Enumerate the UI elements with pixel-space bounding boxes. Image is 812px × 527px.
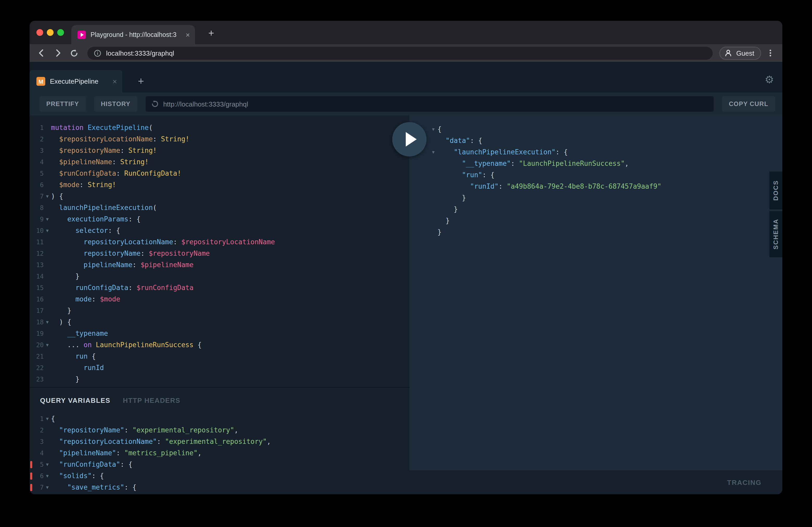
copy-curl-button[interactable]: COPY CURL [722, 96, 775, 112]
query-code-line[interactable]: 22 runId [30, 362, 409, 374]
playground-new-tab-button[interactable]: + [132, 70, 150, 92]
code-text: "runConfigData": { [51, 459, 132, 470]
address-bar[interactable]: localhost:3333/graphql [87, 46, 713, 60]
code-text: "__typename": "LaunchPipelineRunSuccess"… [437, 158, 629, 169]
prettify-button[interactable]: PRETTIFY [40, 96, 86, 112]
fold-arrow-icon[interactable]: ▾ [44, 413, 51, 425]
fold-arrow-icon[interactable]: ▾ [429, 124, 437, 135]
fold-spacer [44, 436, 51, 448]
fold-spacer [44, 328, 51, 340]
variables-code-line[interactable]: 1▾{ [30, 413, 409, 425]
query-code-line[interactable]: 23 } [30, 374, 409, 385]
code-text: $pipelineName: String! [51, 156, 149, 168]
mutation-badge: M [37, 77, 45, 86]
result-code-line[interactable]: } [429, 215, 782, 227]
result-code-line[interactable]: } [429, 227, 782, 238]
screen: Playground - http://localhost:3 × + loca… [0, 0, 812, 527]
tab-query-variables[interactable]: QUERY VARIABLES [40, 396, 111, 404]
url-text: localhost:3333/graphql [106, 49, 174, 57]
query-code-line[interactable]: 4 $pipelineName: String! [30, 156, 409, 168]
fold-arrow-icon[interactable]: ▾ [44, 340, 51, 351]
result-code-line[interactable]: ▾ "launchPipelineExecution": { [429, 147, 782, 158]
query-code-line[interactable]: 14 } [30, 271, 409, 282]
fold-spacer [429, 227, 437, 238]
query-code-line[interactable]: 16 mode: $mode [30, 293, 409, 305]
code-text: ) { [51, 317, 71, 328]
window-zoom-button[interactable] [57, 29, 64, 36]
fold-spacer [429, 181, 437, 192]
playground-tab-close-icon[interactable]: × [112, 77, 117, 86]
query-code-line[interactable]: 17 } [30, 305, 409, 317]
new-tab-button[interactable]: + [203, 26, 219, 41]
query-code-line[interactable]: 19 __typename [30, 328, 409, 340]
query-code-line[interactable]: 6 $mode: String! [30, 179, 409, 191]
result-code-line[interactable]: "run": { [429, 169, 782, 181]
tracing-toggle[interactable]: TRACING [727, 478, 762, 486]
window-minimize-button[interactable] [47, 29, 54, 36]
query-code-line[interactable]: 13 pipelineName: $pipelineName [30, 259, 409, 271]
endpoint-bar [145, 96, 714, 112]
query-code-line[interactable]: 9▾ executionParams: { [30, 214, 409, 225]
fold-arrow-icon[interactable]: ▾ [44, 482, 51, 493]
tab-close-icon[interactable]: × [186, 30, 190, 39]
tab-http-headers[interactable]: HTTP HEADERS [123, 396, 180, 404]
fold-spacer [44, 351, 51, 362]
browser-tab[interactable]: Playground - http://localhost:3 × [71, 25, 195, 44]
fold-arrow-icon[interactable]: ▾ [429, 147, 437, 158]
query-code-line[interactable]: 12 repositoryName: $repositoryName [30, 248, 409, 259]
query-code-line[interactable]: 10▾ selector: { [30, 225, 409, 237]
query-code-line[interactable]: 8 launchPipelineExecution( [30, 202, 409, 214]
query-code-line[interactable]: 18▾ ) { [30, 317, 409, 328]
variables-code-line[interactable]: 2 "repositoryName": "experimental_reposi… [30, 425, 409, 436]
result-code-line[interactable]: "__typename": "LaunchPipelineRunSuccess"… [429, 158, 782, 169]
query-code-line[interactable]: 20▾ ... on LaunchPipelineRunSuccess { [30, 340, 409, 351]
query-editor-pane[interactable]: 1mutation ExecutePipeline(2 $repositoryL… [30, 115, 409, 494]
query-code-line[interactable]: 5 $runConfigData: RunConfigData! [30, 168, 409, 179]
schema-tab[interactable]: SCHEMA [769, 211, 782, 257]
result-code-line[interactable]: } [429, 204, 782, 215]
query-code-line[interactable]: 1mutation ExecutePipeline( [30, 122, 409, 134]
endpoint-input[interactable] [163, 100, 709, 108]
fold-arrow-icon[interactable]: ▾ [44, 225, 51, 237]
query-code-line[interactable]: 15 runConfigData: $runConfigData [30, 282, 409, 293]
variables-code-line[interactable]: 4 "pipelineName": "metrics_pipeline", [30, 448, 409, 459]
result-code-line[interactable]: } [429, 192, 782, 204]
variables-code-line[interactable]: 5▾ "runConfigData": { [30, 459, 409, 470]
result-code-line[interactable]: "data": { [429, 135, 782, 147]
query-code-line[interactable]: 2 $repositoryLocationName: String! [30, 134, 409, 145]
query-code-line[interactable]: 21 run { [30, 351, 409, 362]
forward-icon[interactable] [51, 46, 64, 60]
menu-kebab-icon[interactable] [764, 46, 777, 60]
line-number: 11 [30, 237, 44, 248]
history-button[interactable]: HISTORY [94, 96, 137, 112]
result-code-line[interactable]: "runId": "a49b864a-79e2-4be8-b78c-687457… [429, 181, 782, 192]
fold-arrow-icon[interactable]: ▾ [44, 191, 51, 202]
playground-tab[interactable]: M ExecutePipeline × [30, 70, 122, 92]
variables-code-line[interactable]: 7▾ "save_metrics": { [30, 482, 409, 493]
back-icon[interactable] [35, 46, 48, 60]
fold-arrow-icon[interactable]: ▾ [44, 214, 51, 225]
variables-code-line[interactable]: 3 "repositoryLocationName": "experimenta… [30, 436, 409, 448]
code-text: "run": { [437, 169, 494, 181]
fold-spacer [44, 237, 51, 248]
fold-arrow-icon[interactable]: ▾ [44, 317, 51, 328]
profile-button[interactable]: Guest [720, 46, 761, 60]
settings-gear-icon[interactable]: ⚙ [765, 74, 774, 85]
endpoint-history-icon[interactable] [150, 100, 159, 108]
code-text: repositoryName: $repositoryName [51, 248, 210, 259]
site-info-icon[interactable] [93, 49, 101, 57]
window-close-button[interactable] [37, 29, 43, 36]
execute-play-button[interactable] [392, 122, 426, 156]
docs-tab[interactable]: DOCS [769, 171, 782, 209]
result-code-line[interactable]: ▾{ [429, 124, 782, 135]
fold-arrow-icon[interactable]: ▾ [44, 470, 51, 482]
profile-label: Guest [736, 49, 754, 57]
variables-code-line[interactable]: 6▾ "solids": { [30, 470, 409, 482]
query-code-line[interactable]: 11 repositoryLocationName: $repositoryLo… [30, 237, 409, 248]
query-code-line[interactable]: 7▾) { [30, 191, 409, 202]
reload-icon[interactable] [67, 46, 81, 60]
query-code-line[interactable]: 3 $repositoryName: String! [30, 145, 409, 156]
fold-arrow-icon[interactable]: ▾ [44, 459, 51, 470]
fold-spacer [44, 448, 51, 459]
line-number: 4 [30, 156, 44, 168]
